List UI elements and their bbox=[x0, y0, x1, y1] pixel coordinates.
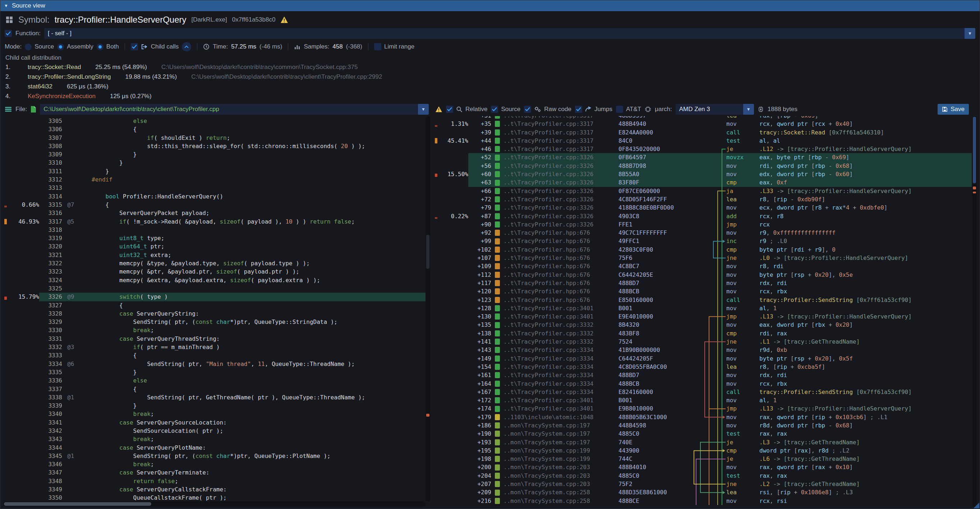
assembly-line[interactable]: 1.31%+35..t\TracyProfiler.cpp:3317488B49… bbox=[434, 120, 972, 128]
source-line[interactable]: 3318 bbox=[3, 226, 425, 234]
assembly-line[interactable]: +141..t\TracyProfiler.cpp:33327524jne.L1… bbox=[434, 337, 972, 346]
jumps-checkbox[interactable] bbox=[575, 106, 582, 113]
source-line[interactable]: 3341 case ServerQuerySourceLocation: bbox=[3, 418, 425, 427]
assembly-line[interactable]: 45.41%+44..t\TracyProfiler.cpp:331784C0t… bbox=[434, 137, 972, 145]
source-line[interactable]: 3327 { bbox=[3, 301, 425, 310]
assembly-line[interactable]: +66..t\TracyProfiler.cpp:33260F87CE06000… bbox=[434, 187, 972, 195]
assembly-line[interactable]: +130..t\TracyProfiler.cpp:3401E9E4010000… bbox=[434, 312, 972, 321]
source-line[interactable]: 3313 bbox=[3, 184, 425, 192]
source-toggle-item[interactable]: Source bbox=[491, 106, 520, 113]
source-line[interactable]: 3338@1 SendString( ptr, GetThreadName( p… bbox=[3, 393, 425, 401]
source-line[interactable]: 3308 std::this_thread::sleep_for( std::c… bbox=[3, 142, 425, 150]
assembly-line[interactable]: +209..mon\TracySystem.cpp:258488D35E8861… bbox=[434, 488, 972, 496]
source-line[interactable]: 3309 } bbox=[3, 150, 425, 159]
uarch-combo[interactable]: AMD Zen 3 ▼ bbox=[676, 104, 754, 115]
radio-source[interactable]: Source bbox=[25, 43, 54, 50]
source-line[interactable]: 3333 { bbox=[3, 351, 425, 359]
source-line[interactable]: 46.93%3317@5 if( !m_sock->Read( &payload… bbox=[3, 218, 425, 226]
assembly-line[interactable]: +90..t\TracyProfiler.cpp:3326FFE1jmprcx bbox=[434, 220, 972, 229]
assembly-line[interactable]: +79..t\TracyProfiler.cpp:3326418B8C80E0B… bbox=[434, 204, 972, 212]
source-line[interactable]: 3339 } bbox=[3, 401, 425, 410]
assembly-line[interactable]: +112..t\TracyProfiler.hpp:676C64424205Em… bbox=[434, 271, 972, 279]
source-line[interactable]: 3312#endif bbox=[3, 175, 425, 184]
raw-code-checkbox[interactable] bbox=[524, 106, 531, 113]
source-line[interactable]: 3320 uint64_t ptr; bbox=[3, 242, 425, 251]
source-line[interactable]: 3305 else bbox=[3, 117, 425, 125]
source-line[interactable]: 3319 uint8_t type; bbox=[3, 234, 425, 242]
source-horizontal-scrollbar[interactable] bbox=[3, 501, 425, 506]
function-combo[interactable]: [ - self - ] ▼ bbox=[44, 28, 975, 39]
assembly-line[interactable]: +186..mon\TracySystem.cpp:197448B4598mov… bbox=[434, 421, 972, 429]
assembly-line[interactable]: +107..t\TracyProfiler.hpp:67675F6jne.L0 … bbox=[434, 254, 972, 262]
assembly-line[interactable]: +207..mon\TracySystem.cpp:20375F2jne.L2 … bbox=[434, 480, 972, 488]
source-line[interactable]: 3328 case ServerQueryString: bbox=[3, 310, 425, 318]
assembly-line[interactable]: +135..t\TracyProfiler.cpp:33328B4320move… bbox=[434, 321, 972, 329]
source-line[interactable]: 3322 memcpy( &type, &payload.type, sizeo… bbox=[3, 259, 425, 267]
child-call-entry[interactable]: 3.stat64i32625 μs (1.36%) bbox=[5, 83, 975, 93]
assembly-line[interactable]: +179..1103\include\atomic:1048488B05B63C… bbox=[434, 413, 972, 421]
source-line[interactable]: 3307 if( shouldExit ) return; bbox=[3, 134, 425, 142]
assembly-line[interactable]: +102..t\TracyProfiler.hpp:67642803C0F00c… bbox=[434, 245, 972, 254]
source-line[interactable]: 3311 } bbox=[3, 167, 425, 175]
source-line[interactable]: 3321 uint32_t extra; bbox=[3, 251, 425, 259]
up-arrow-button[interactable] bbox=[182, 42, 191, 51]
assembly-vertical-scrollbar[interactable] bbox=[972, 116, 977, 506]
scrollbar-thumb[interactable] bbox=[426, 235, 430, 269]
scrollbar-thumb[interactable] bbox=[973, 117, 976, 183]
assembly-line[interactable]: +109..t\TracyProfiler.hpp:6764C8BC7movr8… bbox=[434, 262, 972, 270]
assembly-line[interactable]: +56..t\TracyProfiler.cpp:3326488B7D98mov… bbox=[434, 162, 972, 170]
assembly-line[interactable]: +164..t\TracyProfiler.cpp:3334488BCBmovr… bbox=[434, 380, 972, 388]
source-line[interactable]: 0.66%3315@7 { bbox=[3, 200, 425, 209]
assembly-line[interactable]: +174..t\TracyProfiler.cpp:3401E9B8010000… bbox=[434, 404, 972, 413]
assembly-line[interactable]: +200..mon\TracySystem.cpp:203488B4010mov… bbox=[434, 463, 972, 471]
source-line[interactable]: 3336 else bbox=[3, 376, 425, 385]
source-line[interactable]: 3348 return false; bbox=[3, 477, 425, 485]
source-line[interactable]: 3324 memcpy( &extra, &payload.extra, siz… bbox=[3, 276, 425, 284]
source-line[interactable]: 3330 break; bbox=[3, 326, 425, 334]
source-line[interactable]: 3335 } bbox=[3, 368, 425, 376]
assembly-line[interactable]: +204..mon\TracySystem.cpp:2034885C0testr… bbox=[434, 472, 972, 480]
att-checkbox[interactable] bbox=[616, 106, 623, 113]
radio-both[interactable]: Both bbox=[97, 43, 119, 50]
source-line[interactable]: 3332@3 if( ptr == m_mainThread ) bbox=[3, 343, 425, 351]
relative-checkbox[interactable] bbox=[446, 106, 453, 113]
assembly-line[interactable]: +99..t\TracyProfiler.hpp:67649FFC1incr9 … bbox=[434, 237, 972, 245]
assembly-line[interactable]: +63..t\TracyProfiler.cpp:332683F80Fcmpea… bbox=[434, 178, 972, 186]
source-toggle-checkbox[interactable] bbox=[491, 106, 498, 113]
assembly-line[interactable]: +198..mon\TracySystem.cpp:199744Cje.L6 -… bbox=[434, 455, 972, 463]
assembly-line[interactable]: 15.50%+60..t\TracyProfiler.cpp:33268B55A… bbox=[434, 170, 972, 178]
assembly-line[interactable]: +195..mon\TracySystem.cpp:199443900cmpdw… bbox=[434, 447, 972, 455]
assembly-line[interactable]: +167..t\TracyProfiler.cpp:3334E824160000… bbox=[434, 388, 972, 396]
source-line[interactable]: 15.79%3326@9 switch( type ) bbox=[3, 293, 425, 301]
source-line[interactable]: 3331 case ServerQueryThreadString: bbox=[3, 335, 425, 343]
assembly-line[interactable]: +52..t\TracyProfiler.cpp:33260FB64597mov… bbox=[434, 153, 972, 161]
source-line[interactable]: 3316 ServerQueryPacket payload; bbox=[3, 209, 425, 217]
source-line[interactable]: 3350 QueueCallstackFrame( ptr ); bbox=[3, 493, 425, 502]
limit-range-item[interactable]: Limit range bbox=[374, 43, 414, 50]
source-line[interactable]: 3340 break; bbox=[3, 410, 425, 418]
assembly-line[interactable]: +46..t\TracyProfiler.cpp:33170F843502000… bbox=[434, 145, 972, 153]
assembly-line[interactable]: +123..t\TracyProfiler.hpp:676E850160000c… bbox=[434, 296, 972, 304]
save-button[interactable]: Save bbox=[938, 104, 969, 115]
assembly-line[interactable]: +193..mon\TracySystem.cpp:197740Eje.L3 -… bbox=[434, 438, 972, 447]
source-line[interactable]: 3323 memcpy( &ptr, &payload.ptr, sizeof(… bbox=[3, 267, 425, 276]
assembly-line[interactable]: +92..t\TracyProfiler.hpp:67649C7C1FFFFFF… bbox=[434, 229, 972, 237]
assembly-line[interactable]: +128..t\TracyProfiler.cpp:3401B001moval,… bbox=[434, 304, 972, 312]
source-line[interactable]: 3344 case ServerQueryPlotName: bbox=[3, 444, 425, 452]
assembly-line[interactable]: +216..mon\TracySystem.cpp:258488BCEmovrc… bbox=[434, 497, 972, 505]
child-call-entry[interactable]: 4.KeSynchronizeExecution125 μs (0.27%) bbox=[5, 93, 975, 102]
source-line[interactable]: 3337 { bbox=[3, 385, 425, 393]
assembly-line[interactable]: +143..t\TracyProfiler.cpp:333441B90B0000… bbox=[434, 346, 972, 354]
title-bar[interactable]: ▼ Source view bbox=[0, 0, 980, 11]
source-line[interactable]: 3314 bool Profiler::HandleServerQuery() bbox=[3, 192, 425, 200]
jumps-item[interactable]: Jumps bbox=[575, 106, 612, 113]
child-calls-checkbox-item[interactable]: Child calls bbox=[131, 43, 178, 50]
relative-item[interactable]: Relative bbox=[446, 106, 487, 113]
source-line[interactable]: 3334@6 SendString( ptr, "Main thread", 1… bbox=[3, 360, 425, 368]
source-line[interactable]: 3325 bbox=[3, 284, 425, 293]
assembly-line[interactable]: +39..t\TracyProfiler.cpp:3317E824AA0000c… bbox=[434, 128, 972, 137]
source-line[interactable]: 3310 } bbox=[3, 159, 425, 167]
source-line[interactable]: 3349 case ServerQueryCallstackFrame: bbox=[3, 485, 425, 493]
assembly-line[interactable]: +72..t\TracyProfiler.cpp:33264C8D05F146F… bbox=[434, 195, 972, 204]
att-item[interactable]: AT&T bbox=[616, 106, 641, 113]
